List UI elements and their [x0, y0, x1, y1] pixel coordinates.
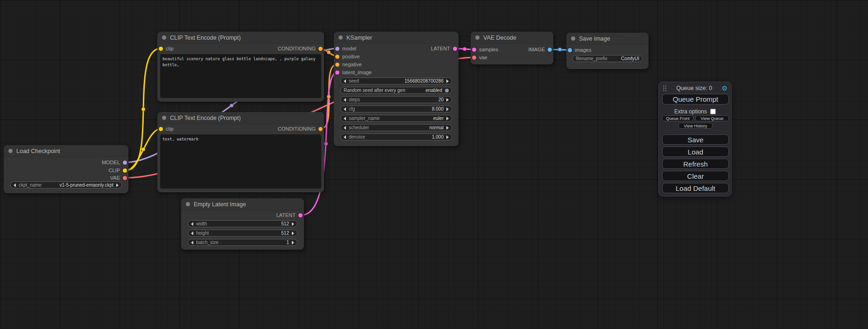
increment-icon[interactable]	[446, 107, 449, 111]
node-title-bar[interactable]: CLIP Text Encode (Prompt)	[157, 112, 324, 124]
node-title: Save Image	[579, 35, 610, 42]
next-value-icon[interactable]	[116, 183, 119, 187]
height-widget[interactable]: height 512	[188, 230, 297, 237]
node-title-bar[interactable]: KSampler	[334, 32, 459, 44]
increment-icon[interactable]	[292, 231, 294, 235]
filename-prefix-widget[interactable]: filename_prefix ComfyUI	[572, 55, 642, 62]
decrement-icon[interactable]	[344, 79, 346, 83]
node-load-checkpoint[interactable]: Load Checkpoint MODEL CLIP VAE ckpt_name…	[4, 145, 128, 193]
drag-handle-icon[interactable]	[663, 85, 667, 91]
node-title-bar[interactable]: Empty Latent Image	[181, 198, 304, 210]
node-title: CLIP Text Encode (Prompt)	[170, 35, 241, 41]
queue-front-button[interactable]: Queue Front	[662, 115, 693, 121]
input-dot-positive[interactable]	[335, 55, 339, 59]
increment-icon[interactable]	[292, 241, 294, 245]
input-dot-images[interactable]	[568, 48, 572, 52]
input-slot-latent-image: latent_image	[335, 69, 372, 76]
output-slot-image: IMAGE	[529, 46, 552, 53]
sampler-name-widget[interactable]: sampler_name euler	[340, 115, 452, 122]
refresh-button[interactable]: Refresh	[662, 159, 729, 169]
toggle-on-icon[interactable]	[445, 89, 449, 92]
node-title: CLIP Text Encode (Prompt)	[170, 115, 241, 121]
queue-prompt-button[interactable]: Queue Prompt	[662, 94, 729, 105]
output-dot-clip[interactable]	[123, 168, 127, 173]
batch-size-widget[interactable]: batch_size 1	[188, 239, 297, 246]
output-dot-conditioning[interactable]	[318, 127, 323, 131]
node-vae-decode[interactable]: VAE Decode samples vae IMAGE	[471, 32, 553, 64]
node-empty-latent-image[interactable]: Empty Latent Image LATENT width 512 heig…	[181, 198, 304, 250]
steps-widget[interactable]: steps 20	[340, 96, 452, 103]
decrement-icon[interactable]	[191, 241, 193, 245]
collapse-dot-icon[interactable]	[339, 35, 343, 40]
output-dot-latent[interactable]	[298, 213, 303, 217]
decrement-icon[interactable]	[191, 222, 193, 226]
increment-icon[interactable]	[446, 79, 449, 83]
prev-value-icon[interactable]	[344, 126, 346, 130]
decrement-icon[interactable]	[344, 107, 346, 111]
prev-value-icon[interactable]	[344, 117, 346, 120]
input-label: samples	[479, 47, 498, 52]
load-button[interactable]: Load	[662, 147, 729, 157]
save-button[interactable]: Save	[662, 134, 729, 145]
node-graph-canvas[interactable]: Load Checkpoint MODEL CLIP VAE ckpt_name…	[0, 0, 868, 329]
collapse-dot-icon[interactable]	[162, 35, 166, 40]
next-value-icon[interactable]	[446, 126, 449, 130]
settings-gear-icon[interactable]: ⚙	[721, 85, 727, 91]
denoise-widget[interactable]: denoise 1.000	[340, 133, 452, 140]
view-queue-button[interactable]: View Queue	[695, 115, 729, 121]
node-title-bar[interactable]: VAE Decode	[471, 32, 553, 44]
negative-prompt-textarea[interactable]: text, watermark	[160, 134, 321, 189]
output-dot-latent[interactable]	[453, 47, 457, 51]
decrement-icon[interactable]	[344, 135, 346, 139]
view-history-button[interactable]: View History	[678, 123, 713, 129]
collapse-dot-icon[interactable]	[8, 149, 13, 153]
decrement-icon[interactable]	[344, 98, 346, 102]
prev-value-icon[interactable]	[14, 183, 16, 187]
input-dot-samples[interactable]	[472, 48, 476, 52]
input-slot-vae: vae	[472, 54, 487, 61]
output-dot-model[interactable]	[123, 161, 127, 165]
increment-icon[interactable]	[446, 98, 449, 102]
link-midpoint-dot	[463, 47, 466, 51]
output-dot-image[interactable]	[548, 48, 552, 52]
node-clip-text-encode-positive[interactable]: CLIP Text Encode (Prompt) clip CONDITION…	[157, 32, 324, 102]
node-title-bar[interactable]: Save Image	[566, 33, 649, 45]
seed-widget[interactable]: seed 156680208700286	[340, 77, 452, 84]
collapse-dot-icon[interactable]	[475, 35, 480, 40]
load-default-button[interactable]: Load Default	[662, 183, 729, 193]
collapse-dot-icon[interactable]	[571, 36, 575, 41]
next-value-icon[interactable]	[446, 117, 449, 120]
node-ksampler[interactable]: KSampler model positive negative latent_…	[334, 32, 459, 146]
decrement-icon[interactable]	[191, 231, 193, 235]
input-dot-model[interactable]	[335, 47, 339, 51]
increment-icon[interactable]	[292, 222, 294, 226]
input-dot-negative[interactable]	[335, 63, 339, 67]
extra-options-label: Extra options	[674, 108, 707, 115]
node-title: Load Checkpoint	[16, 148, 60, 154]
node-clip-text-encode-negative[interactable]: CLIP Text Encode (Prompt) clip CONDITION…	[157, 112, 324, 192]
output-dot-vae[interactable]	[123, 176, 127, 180]
input-dot-latent-image[interactable]	[335, 70, 339, 75]
random-seed-toggle[interactable]: Random seed after every gen enabled	[340, 87, 452, 94]
collapse-dot-icon[interactable]	[186, 202, 190, 206]
positive-prompt-textarea[interactable]: beautiful scenery nature glass bottle la…	[160, 54, 321, 98]
widget-label: seed	[349, 78, 359, 84]
collapse-dot-icon[interactable]	[162, 116, 166, 120]
output-dot-conditioning[interactable]	[318, 47, 323, 51]
ckpt-name-widget[interactable]: ckpt_name v1-5-pruned-emaonly.ckpt	[10, 182, 122, 189]
clear-button[interactable]: Clear	[662, 171, 729, 181]
cfg-widget[interactable]: cfg 8.000	[340, 105, 452, 112]
widget-value: 8.000	[432, 106, 444, 112]
scheduler-widget[interactable]: scheduler normal	[340, 124, 452, 131]
node-title-bar[interactable]: CLIP Text Encode (Prompt)	[157, 32, 324, 44]
node-save-image[interactable]: Save Image images filename_prefix ComfyU…	[566, 33, 649, 69]
input-dot-vae[interactable]	[472, 56, 476, 60]
input-dot-clip[interactable]	[159, 47, 163, 51]
increment-icon[interactable]	[446, 135, 449, 139]
output-label: IMAGE	[529, 47, 545, 52]
width-widget[interactable]: width 512	[188, 220, 297, 227]
node-title-bar[interactable]: Load Checkpoint	[4, 145, 128, 157]
widget-value: 512	[281, 221, 289, 226]
input-dot-clip[interactable]	[159, 127, 163, 131]
extra-options-checkbox[interactable]	[710, 109, 716, 114]
